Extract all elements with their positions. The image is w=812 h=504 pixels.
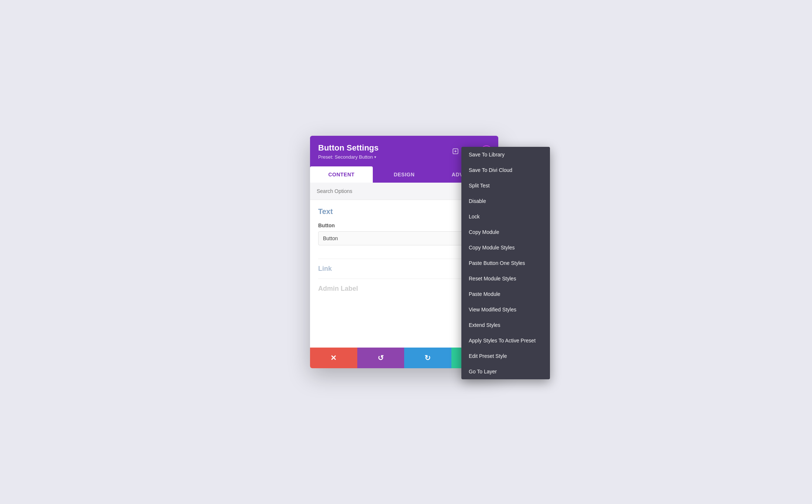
dropdown-item[interactable]: Go To Layer [461,364,550,379]
dropdown-item[interactable]: Save To Divi Cloud [461,162,550,178]
tab-design[interactable]: Design [373,166,436,183]
dropdown-item[interactable]: Reset Module Styles [461,271,550,286]
dropdown-item[interactable]: Copy Module [461,224,550,240]
dropdown-item[interactable]: Apply Styles To Active Preset [461,333,550,348]
tab-content[interactable]: Content [310,166,373,183]
dropdown-item[interactable]: Lock [461,209,550,224]
dropdown-item[interactable]: Paste Button One Styles [461,255,550,271]
dropdown-item[interactable]: Save To Library [461,147,550,162]
dropdown-item[interactable]: Copy Module Styles [461,240,550,255]
dropdown-item[interactable]: Split Test [461,178,550,193]
dropdown-menu: Save To LibrarySave To Divi CloudSplit T… [461,147,550,379]
modal-container: Button Settings Preset: Secondary Button… [310,136,502,368]
undo-button[interactable]: ↺ [357,348,405,368]
cancel-button[interactable]: ✕ [310,348,357,368]
dropdown-item[interactable]: Disable [461,193,550,209]
redo-button[interactable]: ↻ [404,348,451,368]
dropdown-item[interactable]: Paste Module [461,286,550,302]
dropdown-item[interactable]: Extend Styles [461,317,550,333]
portability-icon-btn[interactable] [450,145,461,157]
page-wrapper: Button Settings Preset: Secondary Button… [0,0,812,504]
dropdown-item[interactable]: Edit Preset Style [461,348,550,364]
dropdown-item[interactable]: View Modified Styles [461,302,550,317]
preset-chevron: ▾ [374,155,376,159]
